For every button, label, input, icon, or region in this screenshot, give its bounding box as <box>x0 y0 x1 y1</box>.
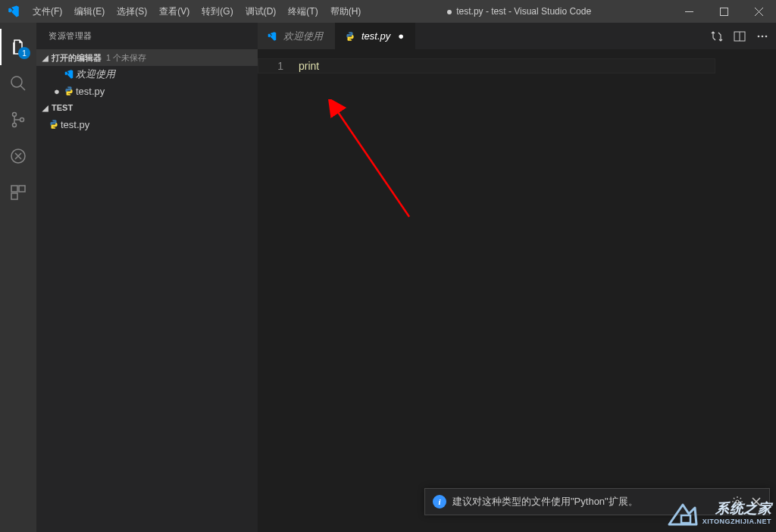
activity-bar: 1 <box>0 23 36 532</box>
tab-label: 欢迎使用 <box>279 30 327 43</box>
editor-area: 欢迎使用 test.py ● <box>258 23 776 532</box>
maximize-button[interactable] <box>706 0 741 23</box>
menu-bar: 文件(F) 编辑(E) 选择(S) 查看(V) 转到(G) 调试(D) 终端(T… <box>27 0 367 23</box>
minimize-button[interactable] <box>671 0 706 23</box>
editor-tabs: 欢迎使用 test.py ● <box>258 23 776 49</box>
editor-actions <box>711 23 776 49</box>
code-editor[interactable]: 1 print <box>258 54 776 532</box>
menu-terminal[interactable]: 终端(T) <box>282 0 324 23</box>
vscode-icon <box>62 69 76 80</box>
workspace-header[interactable]: ◢ TEST <box>36 99 258 116</box>
explorer-badge: 1 <box>18 47 30 59</box>
file-name-label: test.py <box>61 119 89 130</box>
vscode-logo-icon <box>0 5 27 18</box>
modified-dot-icon: ● <box>52 86 62 97</box>
open-editor-testpy[interactable]: ● test.py <box>36 83 258 99</box>
svg-point-13 <box>758 35 760 37</box>
open-editor-label: test.py <box>76 86 105 97</box>
unsaved-dot-icon <box>447 10 452 14</box>
file-tree-testpy[interactable]: test.py <box>36 116 258 133</box>
sidebar-title: 资源管理器 <box>36 23 258 49</box>
split-editor-icon[interactable] <box>734 30 746 42</box>
activity-search[interactable] <box>0 65 36 102</box>
open-editors-header[interactable]: ◢ 打开的编辑器 1 个未保存 <box>36 49 258 66</box>
open-editor-label: 欢迎使用 <box>76 67 115 81</box>
python-file-icon <box>47 119 61 130</box>
open-editors-label: 打开的编辑器 <box>52 52 102 64</box>
svg-rect-8 <box>11 186 17 192</box>
python-file-icon <box>343 31 357 42</box>
sidebar-explorer: 资源管理器 ◢ 打开的编辑器 1 个未保存 欢迎使用 ● test.py ◢ T… <box>36 23 258 532</box>
menu-help[interactable]: 帮助(H) <box>324 0 368 23</box>
svg-point-4 <box>13 113 17 117</box>
menu-selection[interactable]: 选择(S) <box>111 0 153 23</box>
vscode-icon <box>265 31 279 42</box>
activity-explorer[interactable]: 1 <box>0 29 36 65</box>
window-title: test.py - test - Visual Studio Code <box>367 6 671 17</box>
info-icon: i <box>433 495 446 509</box>
svg-rect-9 <box>19 186 25 192</box>
notification-message: 建议对这种类型的文件使用"Python"扩展。 <box>452 495 724 509</box>
chevron-down-icon: ◢ <box>39 104 52 112</box>
svg-rect-10 <box>11 193 17 199</box>
notification-toast: i 建议对这种类型的文件使用"Python"扩展。 <box>424 488 770 515</box>
gear-icon[interactable] <box>731 496 743 508</box>
svg-point-17 <box>736 500 739 503</box>
code-content[interactable]: print <box>297 54 776 532</box>
menu-debug[interactable]: 调试(D) <box>239 0 283 23</box>
svg-point-2 <box>11 77 22 87</box>
menu-view[interactable]: 查看(V) <box>153 0 196 23</box>
svg-rect-1 <box>720 8 728 15</box>
activity-extensions[interactable] <box>0 174 36 211</box>
menu-file[interactable]: 文件(F) <box>27 0 68 23</box>
svg-line-3 <box>20 86 25 90</box>
tab-testpy[interactable]: test.py ● <box>336 23 415 49</box>
activity-debug[interactable] <box>0 138 36 174</box>
modified-dot-icon: ● <box>395 30 407 42</box>
svg-rect-0 <box>685 11 693 12</box>
menu-go[interactable]: 转到(G) <box>196 0 239 23</box>
line-number: 1 <box>258 58 283 74</box>
window-controls <box>671 0 776 23</box>
line-numbers: 1 <box>258 54 297 532</box>
python-file-icon <box>62 86 76 96</box>
code-token: print <box>299 60 319 72</box>
close-icon[interactable] <box>751 496 762 507</box>
workspace-name: TEST <box>52 103 73 112</box>
activity-source-control[interactable] <box>0 102 36 138</box>
svg-point-5 <box>13 124 17 127</box>
chevron-down-icon: ◢ <box>39 54 52 62</box>
tab-label: test.py <box>357 30 395 42</box>
svg-point-14 <box>762 35 764 37</box>
svg-point-6 <box>20 118 24 122</box>
menu-edit[interactable]: 编辑(E) <box>68 0 111 23</box>
compare-changes-icon[interactable] <box>711 30 723 42</box>
more-actions-icon[interactable] <box>756 30 768 42</box>
svg-point-15 <box>765 35 768 37</box>
open-editors-count: 1 个未保存 <box>106 52 146 64</box>
open-editor-welcome[interactable]: 欢迎使用 <box>36 66 258 83</box>
close-button[interactable] <box>741 0 776 23</box>
titlebar: 文件(F) 编辑(E) 选择(S) 查看(V) 转到(G) 调试(D) 终端(T… <box>0 0 776 23</box>
tab-welcome[interactable]: 欢迎使用 <box>258 23 336 49</box>
